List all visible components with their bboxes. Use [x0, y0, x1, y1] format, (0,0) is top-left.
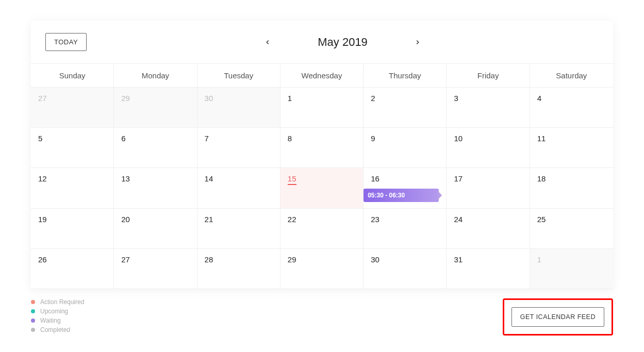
day-cell[interactable]: 18	[530, 168, 613, 209]
day-cell[interactable]: 19	[31, 209, 114, 249]
weekday-header: Monday	[114, 64, 197, 87]
legend-dot-icon	[31, 309, 35, 313]
day-cell[interactable]: 8	[280, 128, 364, 168]
today-button[interactable]: TODAY	[45, 33, 87, 51]
day-number: 12	[38, 174, 47, 183]
legend-label: Waiting	[40, 317, 61, 324]
day-cell[interactable]: 30	[197, 88, 280, 128]
day-number: 18	[537, 174, 546, 183]
day-cell[interactable]: 24	[447, 209, 530, 249]
day-cell[interactable]: 11	[530, 128, 613, 168]
day-number: 15	[288, 174, 296, 185]
chevron-left-icon	[264, 39, 271, 46]
day-cell[interactable]: 5	[31, 128, 114, 168]
legend-dot-icon	[31, 319, 35, 323]
day-cell[interactable]: 2	[364, 88, 447, 128]
day-number: 19	[38, 215, 47, 224]
day-cell[interactable]: 6	[114, 128, 197, 168]
feed-button-highlight: GET ICALENDAR FEED	[503, 298, 613, 336]
weekday-row: SundayMondayTuesdayWednesdayThursdayFrid…	[31, 64, 613, 88]
month-title: May 2019	[318, 36, 368, 49]
day-number: 21	[205, 215, 213, 224]
day-cell[interactable]: 30	[364, 249, 447, 289]
day-number: 22	[288, 215, 296, 224]
day-number: 29	[288, 255, 296, 264]
day-number: 5	[38, 134, 42, 143]
day-number: 27	[38, 94, 47, 103]
day-number: 26	[38, 255, 47, 264]
day-number: 1	[537, 255, 541, 264]
day-cell[interactable]: 3	[447, 88, 530, 128]
legend-dot-icon	[31, 328, 35, 332]
legend-item: Action Required	[31, 298, 84, 306]
weekday-header: Saturday	[530, 64, 613, 87]
legend-item: Completed	[31, 326, 84, 333]
day-number: 2	[371, 94, 375, 103]
day-cell[interactable]: 1	[530, 249, 613, 289]
day-number: 25	[537, 215, 546, 224]
legend-item: Upcoming	[31, 308, 84, 315]
day-cell[interactable]: 26	[31, 249, 114, 289]
day-number: 27	[121, 255, 130, 264]
day-cell[interactable]: 29	[114, 88, 197, 128]
day-cell[interactable]: 25	[530, 209, 613, 249]
weekday-header: Sunday	[31, 64, 114, 87]
legend-item: Waiting	[31, 317, 84, 324]
day-number: 17	[454, 174, 463, 183]
day-cell[interactable]: 12	[31, 168, 114, 209]
day-cell[interactable]: 15	[280, 168, 364, 209]
day-number: 13	[121, 174, 130, 183]
day-number: 1	[288, 94, 292, 103]
day-number: 7	[205, 134, 209, 143]
day-number: 8	[288, 134, 292, 143]
day-number: 6	[121, 134, 125, 143]
weekday-header: Friday	[447, 64, 530, 87]
next-month-button[interactable]	[414, 39, 421, 46]
day-cell[interactable]: 9	[364, 128, 447, 168]
legend-dot-icon	[31, 300, 35, 304]
day-cell[interactable]: 4	[530, 88, 613, 128]
day-cell[interactable]: 10	[447, 128, 530, 168]
day-cell[interactable]: 20	[114, 209, 197, 249]
prev-month-button[interactable]	[264, 39, 271, 46]
legend-label: Action Required	[40, 298, 84, 306]
day-cell[interactable]: 31	[447, 249, 530, 289]
footer: Action RequiredUpcomingWaitingCompleted …	[31, 298, 613, 336]
chevron-right-icon	[414, 39, 421, 46]
day-number: 16	[371, 174, 379, 183]
day-number: 23	[371, 215, 379, 224]
day-number: 9	[371, 134, 375, 143]
day-number: 20	[121, 215, 130, 224]
day-number: 4	[537, 94, 541, 103]
day-number: 30	[371, 255, 379, 264]
weekday-header: Thursday	[364, 64, 447, 87]
legend-label: Completed	[40, 326, 70, 333]
get-icalendar-feed-button[interactable]: GET ICALENDAR FEED	[511, 307, 604, 327]
day-cell[interactable]: 7	[197, 128, 280, 168]
days-grid: 2729301234567891011121314151605:30 - 06:…	[31, 88, 613, 289]
day-number: 10	[454, 134, 463, 143]
day-cell[interactable]: 17	[447, 168, 530, 209]
day-cell[interactable]: 29	[280, 249, 364, 289]
event-chip[interactable]: 05:30 - 06:30	[364, 189, 439, 202]
day-cell[interactable]: 22	[280, 209, 364, 249]
day-cell[interactable]: 23	[364, 209, 447, 249]
day-cell[interactable]: 27	[114, 249, 197, 289]
calendar-container: TODAY May 2019 SundayMondayTuesdayWednes…	[31, 21, 613, 289]
day-cell[interactable]: 27	[31, 88, 114, 128]
day-cell[interactable]: 1	[280, 88, 364, 128]
day-cell[interactable]: 21	[197, 209, 280, 249]
day-cell[interactable]: 13	[114, 168, 197, 209]
legend: Action RequiredUpcomingWaitingCompleted	[31, 298, 84, 333]
day-cell[interactable]: 28	[197, 249, 280, 289]
calendar-header: TODAY May 2019	[31, 21, 613, 64]
day-cell[interactable]: 14	[197, 168, 280, 209]
weekday-header: Wednesday	[280, 64, 364, 87]
day-cell[interactable]: 1605:30 - 06:30	[364, 168, 447, 209]
day-number: 28	[205, 255, 213, 264]
day-number: 30	[205, 94, 213, 103]
day-number: 29	[121, 94, 130, 103]
day-number: 24	[454, 215, 463, 224]
day-number: 11	[537, 134, 546, 143]
day-number: 31	[454, 255, 463, 264]
